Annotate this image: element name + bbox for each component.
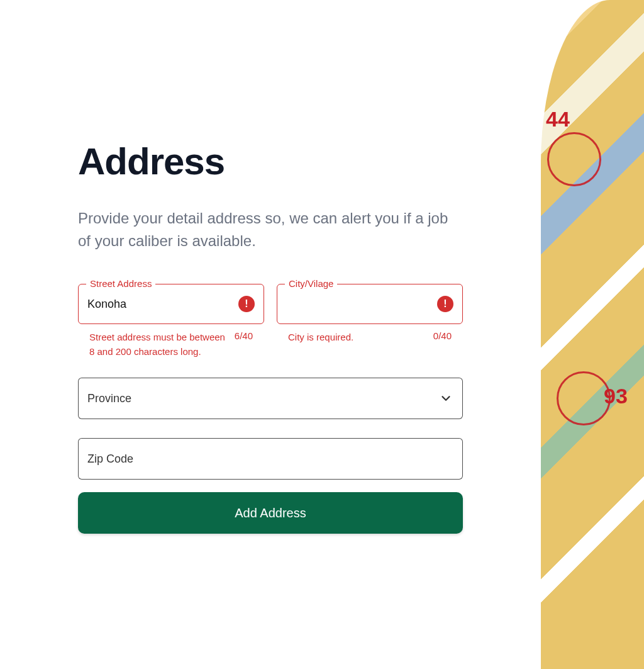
city-input[interactable] — [286, 298, 433, 311]
map-number: 44 — [546, 107, 570, 132]
chevron-down-icon — [438, 391, 453, 406]
city-counter: 0/40 — [433, 330, 452, 341]
error-icon: ! — [437, 296, 453, 312]
field-row: Street Address ! Street address must be … — [78, 284, 463, 359]
street-input[interactable] — [87, 298, 235, 311]
street-helper-row: Street address must be between 8 and 200… — [78, 324, 264, 359]
page-description: Provide your detail address so, we can a… — [78, 207, 463, 252]
city-field-wrap: City/Vilage ! City is required. 0/40 — [277, 284, 463, 359]
zip-field[interactable] — [78, 438, 463, 480]
page-title: Address — [78, 140, 463, 183]
street-field[interactable]: Street Address ! — [78, 284, 264, 324]
city-helper-row: City is required. 0/40 — [277, 324, 463, 345]
province-select[interactable]: Province — [78, 378, 463, 419]
city-error-text: City is required. — [288, 330, 353, 345]
form-panel: Address Provide your detail address so, … — [0, 0, 541, 669]
street-counter: 6/40 — [235, 330, 253, 341]
add-address-button[interactable]: Add Address — [78, 492, 463, 534]
map-number: 93 — [604, 384, 628, 408]
error-icon: ! — [238, 296, 255, 312]
map-image: 44 93 — [541, 0, 644, 669]
zip-input[interactable] — [87, 453, 453, 466]
city-field[interactable]: City/Vilage ! — [277, 284, 463, 324]
form-content: Address Provide your detail address so, … — [78, 140, 463, 534]
street-field-wrap: Street Address ! Street address must be … — [78, 284, 264, 359]
street-error-text: Street address must be between 8 and 200… — [89, 330, 228, 359]
city-label: City/Vilage — [285, 278, 337, 289]
province-placeholder: Province — [87, 392, 438, 405]
street-label: Street Address — [86, 278, 155, 289]
